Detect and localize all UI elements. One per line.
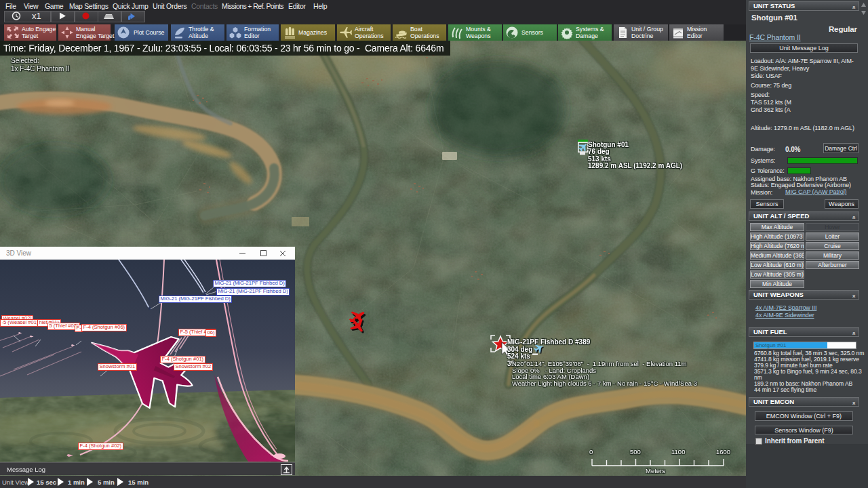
svg-text:x1: x1 bbox=[32, 12, 41, 20]
